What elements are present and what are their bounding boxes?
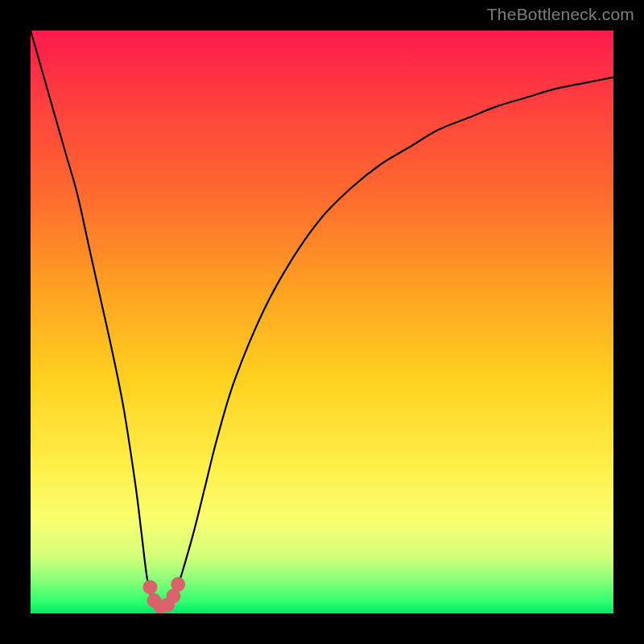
curve-svg [31, 31, 613, 613]
watermark-text: TheBottleneck.com [487, 5, 634, 24]
curve-marker [142, 580, 157, 594]
chart-frame: TheBottleneck.com [0, 0, 644, 644]
curve-marker [171, 577, 185, 592]
curve-markers [142, 577, 185, 614]
plot-area [31, 31, 613, 613]
bottleneck-curve [31, 31, 613, 609]
